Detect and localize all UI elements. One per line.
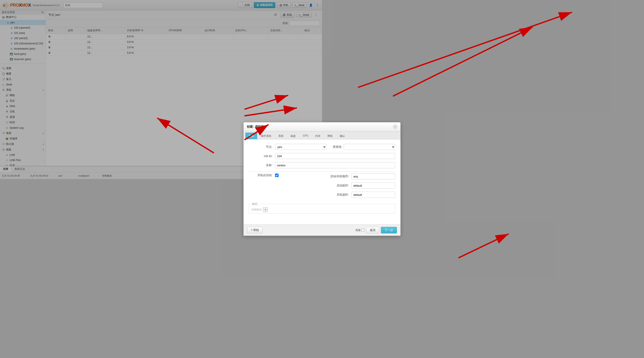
- node-row: 节点: pev 资源池:: [249, 144, 322, 150]
- autostart-checkbox-wrap: [275, 173, 278, 177]
- modal-title-bar: 创建: 虚拟机 ×: [244, 122, 322, 131]
- autostart-label: 开机自启动:: [249, 173, 275, 177]
- node-label: 节点:: [249, 145, 275, 149]
- tab-os[interactable]: 操作系统: [258, 133, 275, 139]
- advanced-section: 开机自启动: 启动/关机顺序: 启动延时:: [249, 173, 322, 179]
- create-vm-modal: 创建: 虚拟机 × 常规 操作系统 系统 磁盘 CPU 内存: [244, 122, 322, 179]
- name-label: 名称:: [249, 163, 275, 167]
- vmid-row: VM ID:: [249, 153, 322, 159]
- vmid-input[interactable]: [275, 153, 322, 159]
- tab-disk[interactable]: 磁盘: [287, 133, 299, 139]
- name-row: 名称:: [249, 162, 322, 168]
- tab-os-label: 操作系统: [261, 134, 271, 137]
- modal-body: 节点: pev 资源池: VM ID: 名称:: [244, 139, 322, 179]
- autostart-row: 开机自启动:: [249, 173, 319, 177]
- node-select-wrap: pev: [275, 144, 322, 150]
- tab-disk-label: 磁盘: [290, 134, 296, 137]
- modal-tabs: 常规 操作系统 系统 磁盘 CPU 内存 网络 确认: [244, 131, 322, 139]
- tab-general-label: 常规: [249, 134, 254, 137]
- tab-cpu[interactable]: CPU: [300, 133, 312, 139]
- modal-title: 创建: 虚拟机: [247, 125, 264, 129]
- tab-system-label: 系统: [278, 134, 284, 137]
- autostart-checkbox[interactable]: [275, 173, 278, 177]
- vmid-label: VM ID:: [249, 154, 275, 158]
- modal-overlay: 创建: 虚拟机 × 常规 操作系统 系统 磁盘 CPU 内存: [0, 0, 322, 179]
- tab-system[interactable]: 系统: [275, 133, 287, 139]
- tab-general[interactable]: 常规: [245, 133, 257, 139]
- tab-memory[interactable]: 内存: [312, 133, 322, 139]
- name-input[interactable]: [275, 162, 322, 168]
- tab-cpu-label: CPU: [303, 134, 308, 137]
- tab-memory-label: 内存: [315, 134, 320, 137]
- node-select[interactable]: pev: [275, 144, 322, 150]
- left-col: 开机自启动:: [249, 173, 319, 179]
